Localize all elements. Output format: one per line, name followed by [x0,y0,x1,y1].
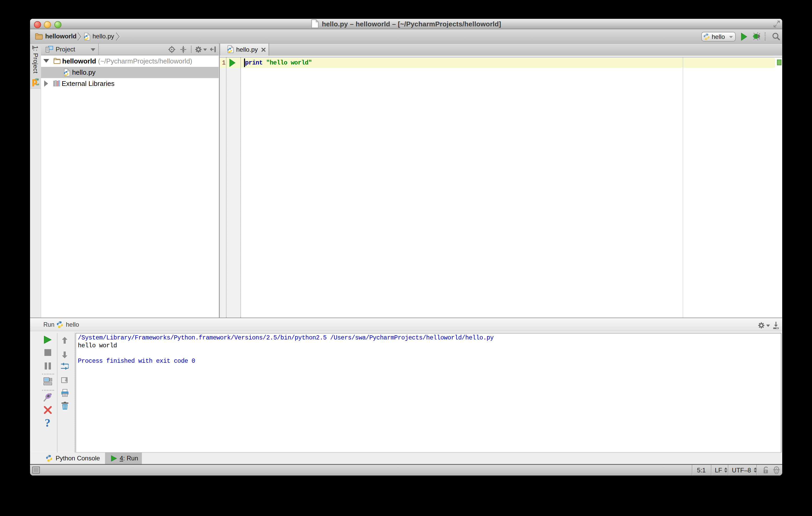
svg-text:T: T [765,470,767,473]
